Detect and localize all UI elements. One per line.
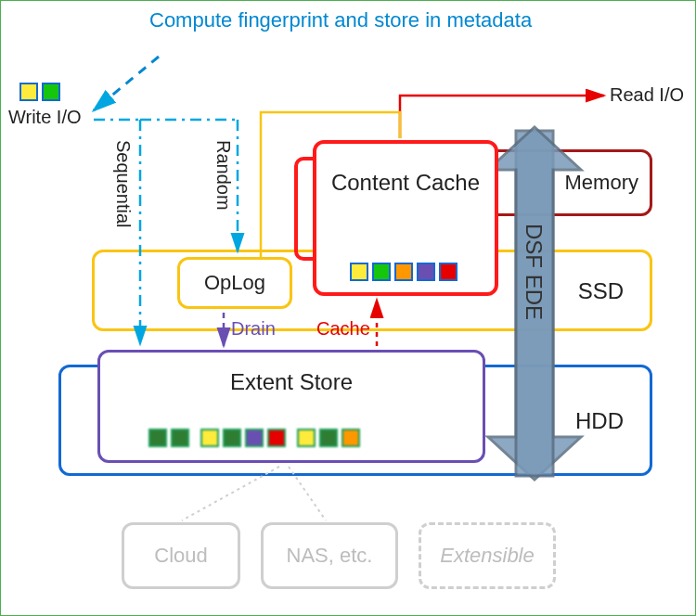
sequential-label: Sequential [112, 140, 134, 228]
oplog: OpLog [177, 257, 292, 309]
dsf-ede-label: DSF EDE [521, 224, 547, 320]
extent-store-label: Extent Store [100, 369, 483, 395]
read-io-label: Read I/O [610, 84, 684, 106]
data-block [148, 429, 167, 447]
data-block [439, 263, 458, 281]
content-cache: Content Cache [313, 140, 498, 296]
data-block [297, 429, 316, 447]
data-block [319, 429, 338, 447]
drain-label: Drain [231, 318, 276, 340]
extensible-other: Extensible [419, 522, 556, 589]
data-block [200, 429, 219, 447]
write-io-label: Write I/O [8, 107, 82, 128]
write-io-blocks [19, 83, 60, 101]
data-block [350, 263, 368, 281]
diagram-title: Compute fingerprint and store in metadat… [149, 8, 474, 32]
data-block [245, 429, 264, 447]
extensible-nas-label: NAS, etc. [287, 544, 373, 568]
data-block [372, 263, 391, 281]
extensible-cloud: Cloud [122, 522, 240, 589]
data-block [267, 429, 286, 447]
random-label: Random [213, 140, 234, 211]
cache-label: Cache [316, 318, 370, 340]
architecture-diagram: Compute fingerprint and store in metadat… [0, 0, 696, 616]
data-block [42, 83, 60, 101]
data-block [417, 263, 435, 281]
extensible-cloud-label: Cloud [154, 544, 207, 568]
extent-blocks [148, 429, 360, 447]
tier-memory: Memory [476, 149, 652, 216]
data-block [342, 429, 360, 447]
extent-store: Extent Store [97, 350, 485, 463]
tier-hdd-label: HDD [575, 408, 624, 434]
data-block [19, 83, 38, 101]
extensible-nas: NAS, etc. [261, 522, 398, 589]
oplog-label: OpLog [180, 271, 290, 295]
cache-blocks [350, 263, 458, 281]
content-cache-label: Content Cache [316, 170, 495, 197]
tier-ssd-label: SSD [578, 278, 624, 304]
data-block [223, 429, 241, 447]
data-block [171, 429, 189, 447]
extensible-other-label: Extensible [440, 544, 535, 568]
data-block [394, 263, 413, 281]
tier-memory-label: Memory [565, 171, 638, 195]
